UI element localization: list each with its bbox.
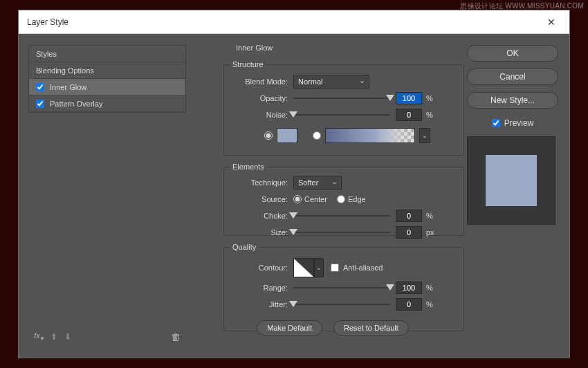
gradient-dropdown-icon[interactable]: ⌄ [419,128,430,143]
size-input[interactable] [396,226,422,239]
layer-style-dialog: Layer Style ✕ Styles Blending Options In… [18,10,570,358]
size-slider[interactable] [293,228,390,237]
style-item-inner-glow[interactable]: Inner Glow [29,79,185,95]
right-panel: OK Cancel New Style... Preview [467,45,558,225]
choke-input[interactable] [396,210,422,222]
contour-picker[interactable] [293,258,314,277]
preview-swatch [486,155,537,206]
glow-color-swatch[interactable] [277,128,297,143]
style-item-label: Pattern Overlay [50,100,102,108]
range-unit: % [426,284,440,292]
elements-legend: Elements [230,163,267,171]
antialiased-checkbox[interactable] [331,264,339,272]
style-item-pattern-overlay[interactable]: Pattern Overlay [29,95,185,112]
antialiased-label: Anti-aliased [343,264,383,272]
reset-default-button[interactable]: Reset to Default [333,320,409,335]
quality-legend: Quality [230,243,259,251]
range-slider[interactable] [293,283,390,293]
choke-slider[interactable] [293,211,390,221]
jitter-input[interactable] [396,298,422,311]
new-style-button[interactable]: New Style... [467,92,558,109]
jitter-unit: % [426,300,440,309]
style-item-label: Inner Glow [50,83,86,91]
cancel-button[interactable]: Cancel [467,68,558,85]
noise-input[interactable] [396,109,422,121]
contour-dropdown-icon[interactable]: ⌄ [314,258,324,277]
source-label: Source: [224,195,293,203]
structure-fieldset: Structure Blend Mode: Normal Opacity: [223,60,464,156]
opacity-input[interactable] [396,92,422,104]
fx-menu-icon[interactable]: fx▾ [34,331,44,342]
preview-checkbox[interactable] [492,119,500,127]
opacity-slider[interactable] [293,93,390,103]
size-label: Size: [224,228,293,237]
choke-label: Choke: [224,212,293,220]
source-edge-radio[interactable] [337,195,345,203]
dialog-body: Styles Blending Options Inner Glow Patte… [19,34,569,358]
technique-select[interactable]: Softer [293,176,342,190]
structure-legend: Structure [230,60,266,68]
glow-gradient-swatch[interactable] [325,128,415,143]
styles-header[interactable]: Styles [29,46,185,62]
settings-panel: Inner Glow Structure Blend Mode: Normal … [197,44,468,348]
elements-fieldset: Elements Technique: Softer Source: Cente… [223,163,464,236]
jitter-slider[interactable] [293,300,390,309]
size-unit: px [426,228,440,237]
source-center-radio[interactable] [293,195,302,203]
blending-options-row[interactable]: Blending Options [29,62,185,79]
jitter-label: Jitter: [224,300,293,309]
opacity-label: Opacity: [224,94,293,102]
range-input[interactable] [396,282,422,294]
blend-mode-label: Blend Mode: [224,77,293,86]
preview-label: Preview [504,118,534,128]
trash-icon[interactable]: 🗑 [171,331,181,342]
range-label: Range: [224,284,293,292]
pattern-overlay-checkbox[interactable] [36,100,44,108]
window-title: Layer Style [27,17,68,27]
technique-label: Technique: [224,178,293,187]
ok-button[interactable]: OK [467,45,558,62]
make-default-button[interactable]: Make Default [257,320,322,335]
choke-unit: % [426,212,440,220]
glow-color-radio[interactable] [264,131,273,140]
opacity-unit: % [426,94,440,102]
source-edge-label: Edge [348,195,366,203]
quality-fieldset: Quality Contour: ⌄ Anti-aliased Range: [223,243,464,331]
preview-box [467,136,555,225]
move-up-icon[interactable]: ⬆ [50,332,57,342]
titlebar: Layer Style ✕ [19,10,569,34]
contour-label: Contour: [224,264,293,272]
move-down-icon[interactable]: ⬇ [64,332,71,342]
styles-list: Styles Blending Options Inner Glow Patte… [28,45,186,113]
styles-footer: fx▾ ⬆ ⬇ 🗑 [28,329,186,345]
noise-label: Noise: [224,111,293,119]
noise-slider[interactable] [293,110,390,120]
source-center-label: Center [304,195,327,203]
glow-gradient-radio[interactable] [313,131,321,140]
blend-mode-select[interactable]: Normal [293,75,369,89]
noise-unit: % [426,111,440,119]
styles-panel: Styles Blending Options Inner Glow Patte… [28,45,186,348]
close-icon[interactable]: ✕ [542,15,561,29]
panel-title: Inner Glow [233,44,275,52]
inner-glow-checkbox[interactable] [36,83,44,91]
